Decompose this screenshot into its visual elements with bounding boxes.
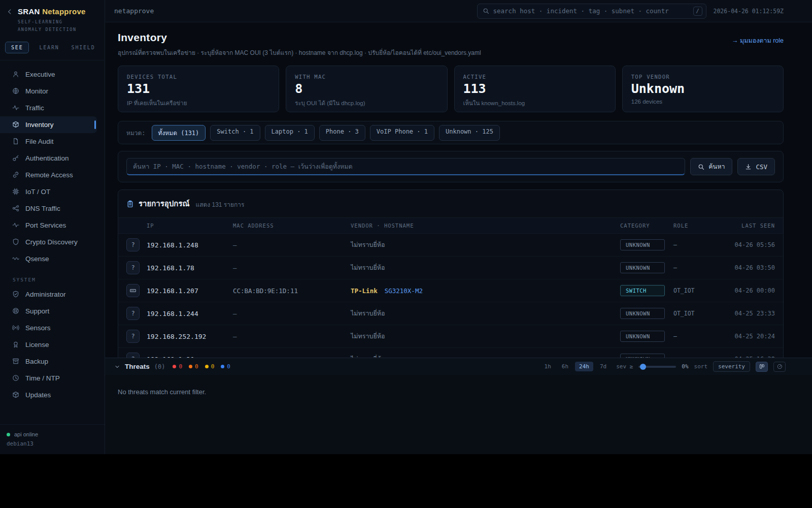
category-chip-phone-3[interactable]: Phone · 3 [319, 125, 365, 141]
global-search-input[interactable] [493, 7, 689, 15]
app-window: SRAN Netapprove SELF-LEARNING ANOMALY DE… [0, 0, 812, 454]
last-seen-cell: 04-26 05:56 [724, 241, 775, 248]
page-title: Inventory [118, 31, 481, 44]
sidebar-item-license[interactable]: License [0, 336, 97, 353]
threats-title: Threats [125, 363, 150, 370]
sidebar-item-time-ntp[interactable]: Time / NTP [0, 370, 97, 387]
unknown-device-icon: ? [126, 330, 140, 343]
role-cell: – [673, 241, 724, 248]
app-tagline: SELF-LEARNING ANOMALY DETECTION [18, 18, 85, 34]
table-row[interactable]: ?192.168.1.30–ไม่ทราบยี่ห้อUNKNOWN–04-25… [118, 348, 783, 358]
sidebar-item-dns-traffic[interactable]: DNS Traffic [0, 200, 97, 217]
share-icon [12, 205, 20, 212]
table-row[interactable]: ?192.168.252.192–ไม่ทราบยี่ห้อUNKNOWN–04… [118, 325, 783, 348]
activity-icon [12, 104, 20, 112]
mode-tab-learn[interactable]: LEARN [37, 42, 61, 53]
sidebar-item-label: Time / NTP [25, 374, 60, 382]
sidebar-item-label: Authentication [25, 154, 69, 162]
threats-panel: Threats (0) 0000 1h6h24h7d sev ≥ 0% sort… [105, 358, 812, 454]
search-icon [483, 8, 489, 14]
radar-view-button[interactable] [773, 362, 786, 372]
category-chips: ทั้งหมด (131)Switch · 1Laptop · 1Phone ·… [152, 125, 500, 141]
sidebar-item-backup[interactable]: Backup [0, 353, 97, 370]
sidebar-item-label: Administrator [25, 291, 66, 298]
time-range-7d[interactable]: 7d [596, 362, 611, 371]
category-badge: UNKNOWN [620, 262, 665, 273]
brand-accent: Netapprove [42, 7, 86, 16]
sort-select[interactable]: severity [713, 361, 750, 372]
sidebar-item-administrator[interactable]: Administrator [0, 286, 97, 303]
category-filter-bar: หมวด: ทั้งหมด (131)Switch · 1Laptop · 1P… [118, 121, 784, 144]
sidebar-item-inventory[interactable]: Inventory [0, 116, 97, 133]
category-chip-unknown-125[interactable]: Unknown · 125 [439, 125, 500, 141]
radar-icon [777, 364, 783, 369]
category-chip-switch-1[interactable]: Switch · 1 [210, 125, 260, 141]
sidebar-item-monitor[interactable]: Monitor [0, 83, 97, 100]
vendor-cell: ไม่ทราบยี่ห้อ [351, 263, 620, 273]
last-seen-cell: 04-25 23:33 [724, 310, 775, 317]
sidebar-item-support[interactable]: Support [0, 303, 97, 320]
stat-card-devices-total: DEVICES TOTAL131IP ที่เคยเห็นในเครือข่าย [118, 66, 279, 112]
sidebar-item-sensors[interactable]: Sensors [0, 320, 97, 336]
stat-card-top-vendor: TOP VENDORUnknown126 devices [622, 66, 784, 112]
severity-dot-counters: 0000 [173, 363, 230, 370]
last-seen-cell: 04-25 20:24 [724, 333, 775, 340]
clipboard-icon [126, 200, 134, 208]
mode-tab-shield[interactable]: SHIELD [70, 42, 97, 53]
table-header: IPMAC ADDRESSVENDOR · HOSTNAMECATEGORYRO… [118, 217, 783, 234]
category-chip-131[interactable]: ทั้งหมด (131) [152, 125, 206, 141]
pulse-icon [12, 221, 20, 229]
last-seen-cell: 04-26 03:50 [724, 264, 775, 271]
category-chip-laptop-1[interactable]: Laptop · 1 [265, 125, 315, 141]
sidebar-item-qsense[interactable]: Qsense [0, 250, 97, 267]
device-search-input[interactable] [126, 158, 685, 175]
sidebar-system-nav: AdministratorSupportSensorsLicenseBackup… [0, 286, 105, 403]
sidebar-item-label: License [25, 341, 49, 348]
link-icon [12, 171, 20, 179]
sidebar-item-label: DNS Traffic [25, 205, 60, 212]
back-chevron-icon[interactable] [6, 8, 13, 15]
role-view-link[interactable]: → มุมมองตาม role [732, 36, 784, 46]
table-row[interactable]: 192.168.1.207CC:BA:BD:9E:1D:11TP-LinkSG3… [118, 279, 783, 302]
sidebar-item-remote-access[interactable]: Remote Access [0, 167, 97, 183]
api-status-dot [7, 433, 10, 436]
sidebar-item-executive[interactable]: Executive [0, 66, 97, 83]
table-row[interactable]: ?192.168.1.244–ไม่ทราบยี่ห้อUNKNOWNOT_IO… [118, 302, 783, 325]
sidebar-item-crypto-discovery[interactable]: Crypto Discovery [0, 234, 97, 250]
sidebar-item-label: File Audit [25, 138, 54, 145]
csv-export-button[interactable]: CSV [737, 158, 775, 175]
category-badge: SWITCH [620, 285, 665, 296]
slider-knob[interactable] [640, 364, 646, 370]
severity-slider[interactable] [638, 366, 676, 368]
sidebar-footer: api online debian13 [0, 424, 105, 454]
cards-icon [759, 364, 765, 369]
sidebar-item-traffic[interactable]: Traffic [0, 100, 97, 116]
time-range-6h[interactable]: 6h [558, 362, 572, 371]
sidebar-item-authentication[interactable]: Authentication [0, 150, 97, 167]
role-cell: – [673, 264, 724, 271]
clock-icon [12, 374, 20, 382]
table-row[interactable]: ?192.168.1.78–ไม่ทราบยี่ห้อUNKNOWN–04-26… [118, 257, 783, 279]
sidebar-item-file-audit[interactable]: File Audit [0, 133, 97, 150]
sidebar-item-updates[interactable]: Updates [0, 387, 97, 403]
time-range-tabs: 1h6h24h7d [540, 362, 611, 371]
vendor-cell: ไม่ทราบยี่ห้อ [351, 354, 620, 358]
global-search-box[interactable]: / [477, 4, 706, 19]
category-chip-voip-phone-1[interactable]: VoIP Phone · 1 [370, 125, 434, 141]
sidebar-item-iot-ot[interactable]: IoT / OT [0, 183, 97, 200]
cards-view-button[interactable] [756, 362, 768, 372]
column-header: LAST SEEN [724, 223, 775, 229]
mode-tab-see[interactable]: SEE [5, 42, 29, 53]
device-list-count: แสดง 131 รายการ [195, 200, 244, 209]
time-range-24h[interactable]: 24h [575, 362, 593, 371]
page-header: Inventory อุปกรณ์ที่ตรวจพบในเครือข่าย · … [118, 31, 784, 57]
sidebar-item-label: Updates [25, 391, 51, 399]
time-range-1h[interactable]: 1h [540, 362, 555, 371]
sidebar-item-port-services[interactable]: Port Services [0, 217, 97, 234]
search-icon [698, 164, 704, 170]
search-button[interactable]: ค้นหา [690, 158, 732, 175]
table-row[interactable]: ?192.168.1.248–ไม่ทราบยี่ห้อUNKNOWN–04-2… [118, 234, 783, 257]
column-header: VENDOR · HOSTNAME [351, 223, 620, 229]
severity-dot [173, 365, 176, 368]
collapse-chevron-icon[interactable] [114, 364, 120, 370]
